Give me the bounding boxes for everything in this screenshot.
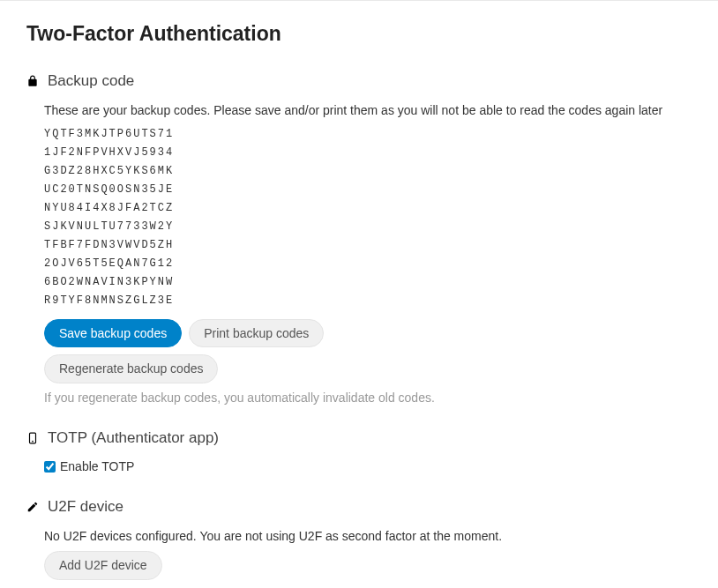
backup-code-header: Backup code: [26, 72, 692, 90]
page-title: Two-Factor Authentication: [26, 22, 692, 46]
enable-totp-row: Enable TOTP: [44, 459, 692, 473]
backup-code-body: These are your backup codes. Please save…: [26, 102, 692, 405]
phone-icon: [26, 432, 39, 444]
backup-code-item: UC20TNSQ0OSN35JE: [44, 181, 692, 199]
enable-totp-label[interactable]: Enable TOTP: [60, 459, 134, 473]
backup-code-item: G3DZ28HXC5YKS6MK: [44, 162, 692, 181]
u2f-header: U2F device: [26, 498, 692, 516]
add-u2f-device-button[interactable]: Add U2F device: [44, 551, 162, 580]
backup-code-heading: Backup code: [48, 72, 134, 90]
regenerate-note: If you regenerate backup codes, you auto…: [44, 391, 692, 405]
u2f-body: No U2F devices configured. You are not u…: [26, 528, 692, 579]
totp-heading: TOTP (Authenticator app): [48, 429, 219, 447]
backup-code-item: NYU84I4X8JFA2TCZ: [44, 199, 692, 218]
u2f-section: U2F device No U2F devices configured. Yo…: [26, 498, 692, 579]
save-backup-codes-button[interactable]: Save backup codes: [44, 319, 182, 348]
two-factor-settings: Two-Factor Authentication Backup code Th…: [0, 1, 718, 588]
u2f-button-row: Add U2F device: [44, 551, 692, 580]
totp-section: TOTP (Authenticator app) Enable TOTP: [26, 429, 692, 473]
backup-button-row-2: Regenerate backup codes: [44, 354, 692, 383]
backup-code-item: 1JF2NFPVHXVJ5934: [44, 144, 692, 162]
totp-header: TOTP (Authenticator app): [26, 429, 692, 447]
svg-point-1: [32, 441, 34, 443]
regenerate-backup-codes-button[interactable]: Regenerate backup codes: [44, 354, 218, 383]
enable-totp-checkbox[interactable]: [44, 461, 56, 473]
backup-code-item: SJKVNULTU7733W2Y: [44, 218, 692, 236]
lock-icon: [26, 75, 39, 87]
backup-code-item: TFBF7FDN3VWVD5ZH: [44, 236, 692, 255]
u2f-heading: U2F device: [48, 498, 123, 516]
u2f-status: No U2F devices configured. You are not u…: [44, 528, 692, 546]
pencil-icon: [26, 501, 39, 513]
backup-code-item: YQTF3MKJTP6UTS71: [44, 125, 692, 144]
backup-code-section: Backup code These are your backup codes.…: [26, 72, 692, 405]
backup-codes-list: YQTF3MKJTP6UTS71 1JF2NFPVHXVJ5934 G3DZ28…: [44, 125, 692, 310]
totp-body: Enable TOTP: [26, 459, 692, 473]
backup-code-item: 2OJV65T5EQAN7G12: [44, 255, 692, 273]
backup-code-item: 6BO2WNAVIN3KPYNW: [44, 273, 692, 292]
backup-code-item: R9TYF8NMNSZGLZ3E: [44, 292, 692, 310]
backup-code-description: These are your backup codes. Please save…: [44, 102, 692, 120]
print-backup-codes-button[interactable]: Print backup codes: [189, 319, 324, 348]
backup-button-row-1: Save backup codes Print backup codes: [44, 319, 692, 348]
